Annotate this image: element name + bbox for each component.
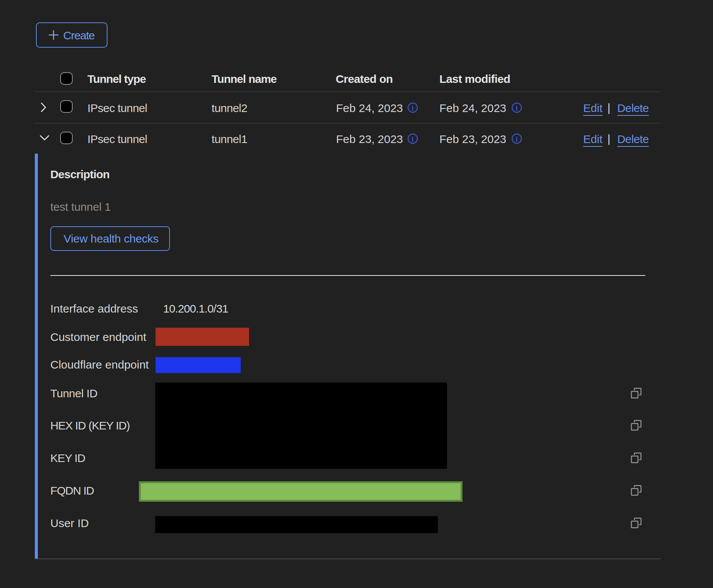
svg-text:i: i <box>516 104 518 112</box>
svg-text:i: i <box>412 104 414 112</box>
svg-text:i: i <box>516 135 518 143</box>
svg-text:i: i <box>412 135 414 143</box>
